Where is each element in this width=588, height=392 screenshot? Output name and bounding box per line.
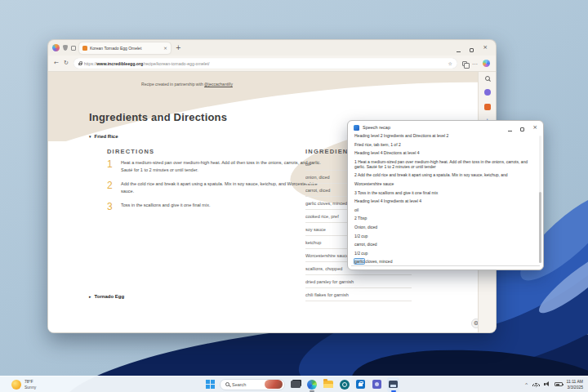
- taskbar-teams-button[interactable]: [371, 377, 383, 392]
- close-button[interactable]: ×: [483, 45, 488, 51]
- sidebar-drop-icon[interactable]: [484, 89, 491, 96]
- recap-line: 2 Tbsp: [354, 216, 533, 220]
- speech-recap-app-icon: [354, 125, 359, 131]
- step-number: 2: [107, 180, 114, 194]
- sidebar-search-icon[interactable]: [485, 76, 490, 81]
- recap-line: 3 Toss in the scallions and give it one …: [354, 190, 533, 195]
- speech-recap-window-controls: ×: [508, 120, 537, 135]
- recap-current-line: garlic cloves, minced: [354, 259, 533, 264]
- direction-step: 3 Toss in the scallions and give it one …: [107, 202, 321, 212]
- tab-title: Korean Tornado Egg Omelet: [90, 46, 161, 51]
- task-view-button[interactable]: [289, 377, 301, 392]
- speech-app-icon: [389, 381, 398, 388]
- recap-lines: Heading level 2 Ingredients and Directio…: [354, 134, 533, 264]
- clock[interactable]: 11:11 AM 3/3/2025: [567, 379, 583, 390]
- recap-line: 1/2 cup: [354, 234, 533, 238]
- collections-icon[interactable]: [462, 61, 467, 66]
- caret-down-icon: ▾: [89, 135, 91, 139]
- store-icon: [356, 380, 365, 389]
- minimize-button[interactable]: [508, 120, 512, 135]
- minimize-button[interactable]: [457, 41, 461, 56]
- page-settings-button[interactable]: ⚙: [471, 318, 478, 328]
- refresh-icon[interactable]: ↻: [64, 60, 69, 66]
- taskbar-edge-button[interactable]: [305, 377, 318, 392]
- section-toggle-fried-rice[interactable]: ▾ Fried Rice: [89, 134, 118, 139]
- favorites-star-icon[interactable]: ☆: [448, 60, 452, 66]
- desktop: Korean Tornado Egg Omelet × + × ← ↻ http…: [0, 0, 588, 392]
- recap-line: oil: [354, 207, 533, 212]
- taskbar-store-button[interactable]: [354, 377, 367, 392]
- taskbar-explorer-button[interactable]: [322, 377, 334, 392]
- window-controls: ×: [457, 41, 491, 56]
- taskbar-clock-app-button[interactable]: [338, 377, 350, 392]
- speech-recap-window: Speech recap × Heading level 2 Ingredien…: [347, 120, 544, 270]
- section-toggle-tornado-egg[interactable]: ▸ Tornado Egg: [89, 294, 124, 299]
- browser-toolbar: ← ↻ https://www.incredibleegg.org/recipe…: [48, 56, 496, 72]
- step-number: 1: [107, 159, 114, 173]
- system-tray: ^ 11:11 AM 3/3/2025: [524, 376, 583, 392]
- weather-condition: Sunny: [24, 385, 36, 390]
- profile-avatar[interactable]: [52, 44, 60, 51]
- sun-icon: [11, 380, 21, 390]
- battery-icon[interactable]: [555, 382, 563, 386]
- volume-icon[interactable]: [544, 381, 550, 387]
- new-tab-button[interactable]: +: [176, 45, 181, 51]
- recap-line: 2 Add the cold rice and break it apart u…: [354, 172, 533, 177]
- maximize-button[interactable]: [520, 120, 524, 135]
- taskbar-speech-app-button[interactable]: [387, 377, 399, 392]
- taskbar-search[interactable]: Search: [220, 379, 285, 390]
- browser-tab[interactable]: Korean Tornado Egg Omelet ×: [79, 42, 171, 54]
- tab-actions-icon[interactable]: [71, 46, 76, 51]
- tab-close-icon[interactable]: ×: [163, 46, 167, 51]
- address-bar[interactable]: https://www.incredibleegg.org/recipe/kor…: [74, 58, 457, 69]
- folder-icon: [323, 381, 333, 388]
- speech-recap-title: Speech recap: [363, 125, 390, 130]
- search-placeholder: Search: [232, 382, 246, 387]
- speech-recap-content: Heading level 2 Ingredients and Directio…: [348, 134, 543, 270]
- recap-scrollbar[interactable]: [539, 136, 541, 263]
- weather-widget[interactable]: 78°F Sunny: [11, 379, 36, 390]
- recap-footer-divider: [351, 265, 540, 266]
- recap-scrollbar-thumb[interactable]: [539, 192, 541, 263]
- recap-line: Heading level 2 Ingredients and Directio…: [354, 134, 533, 138]
- recap-line: Onion, diced: [354, 225, 533, 229]
- step-text: Toss in the scallions and give it one fi…: [121, 202, 210, 212]
- taskbar: 78°F Sunny Search ^ 11:11: [0, 376, 588, 392]
- step-text: Add the cold rice and break it apart usi…: [121, 180, 321, 194]
- ingredient-row: chili flakes for garnish: [305, 288, 412, 301]
- search-daily-image: [265, 380, 283, 389]
- page-title: Ingredients and Directions: [89, 111, 227, 123]
- wifi-icon[interactable]: [532, 382, 540, 387]
- tab-strip: Korean Tornado Egg Omelet × + ×: [48, 40, 496, 56]
- more-menu-icon[interactable]: …: [472, 60, 478, 66]
- recap-line: Heading level 4 Directions at level 4: [354, 150, 533, 155]
- partnership-link[interactable]: @jeccachantilly: [204, 82, 233, 87]
- copilot-icon[interactable]: [483, 60, 490, 67]
- step-number: 3: [107, 202, 114, 212]
- ingredient-row: dried parsley for garnish: [305, 275, 412, 288]
- direction-step: 2 Add the cold rice and break it apart u…: [107, 180, 321, 194]
- tray-chevron-up-icon[interactable]: ^: [524, 383, 528, 387]
- back-icon[interactable]: ←: [54, 60, 59, 66]
- url-text: https://www.incredibleegg.org/recipe/kor…: [84, 61, 210, 66]
- teams-icon: [372, 380, 381, 389]
- maximize-button[interactable]: [470, 41, 474, 56]
- directions-heading: DIRECTIONS: [107, 148, 154, 155]
- direction-step: 1 Heat a medium-sized pan over medium-hi…: [107, 159, 321, 173]
- sidebar-shopping-icon[interactable]: [484, 104, 491, 110]
- recap-line: carrot, diced: [354, 242, 533, 247]
- caret-right-icon: ▸: [89, 295, 91, 299]
- recap-line: Heading level 4 Ingredients at level 4: [354, 198, 533, 203]
- recap-line: Fried rice, tab item, 1 of 2: [354, 142, 533, 147]
- clock-time: 11:11 AM: [567, 379, 583, 385]
- recap-line: 1 Heat a medium-sized pan over medium-hi…: [354, 159, 533, 169]
- lock-icon: [78, 63, 82, 66]
- step-text: Heat a medium-sized pan over medium-high…: [121, 159, 321, 173]
- recap-line: 1/2 cup: [354, 251, 533, 256]
- speech-recap-titlebar: Speech recap ×: [348, 121, 543, 134]
- search-icon: [225, 382, 229, 386]
- edge-icon: [307, 380, 317, 390]
- close-button[interactable]: ×: [532, 125, 537, 131]
- shield-icon[interactable]: [63, 45, 68, 51]
- start-button[interactable]: [206, 380, 216, 390]
